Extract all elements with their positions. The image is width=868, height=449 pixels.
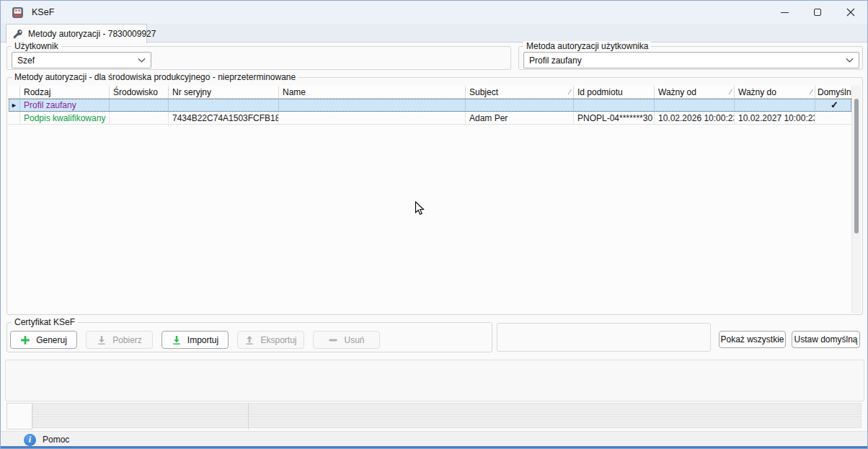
cell-id-podmiotu[interactable] bbox=[574, 99, 655, 112]
minus-icon bbox=[328, 335, 338, 345]
cell-srodowisko[interactable] bbox=[110, 112, 169, 125]
tab-label: Metody autoryzacji - 7830009927 bbox=[28, 29, 156, 39]
cell-rodzaj[interactable]: Profil zaufany bbox=[20, 99, 110, 112]
header-cell-srodowisko[interactable]: Środowisko bbox=[110, 86, 169, 99]
app-icon bbox=[12, 6, 24, 19]
user-group: Użytkownik Szef bbox=[6, 46, 511, 70]
show-all-button[interactable]: Pokaż wszystkie bbox=[719, 331, 786, 348]
certificate-group: Certyfikat KSeF Generuj Pobierz Importuj… bbox=[6, 322, 492, 352]
info-icon: i bbox=[24, 434, 36, 446]
auth-method-group-label: Metoda autoryzacji użytkownika bbox=[523, 41, 651, 51]
tab-strip: Metody autoryzacji - 7830009927 bbox=[1, 24, 867, 43]
generate-button[interactable]: Generuj bbox=[10, 331, 77, 349]
cell-srodowisko[interactable] bbox=[110, 99, 169, 112]
row-indicator bbox=[9, 112, 20, 125]
header-cell-id-podmiotu[interactable]: Id podmiotu bbox=[574, 86, 655, 99]
grid-group: Metody autoryzacji - dla środowiska prod… bbox=[6, 77, 863, 315]
middle-panel bbox=[497, 323, 711, 352]
app-window: KSeF Metody autoryzacji - 7830009927 Uży… bbox=[0, 0, 868, 449]
minimize-button[interactable] bbox=[768, 1, 801, 24]
cell-name[interactable] bbox=[279, 99, 466, 112]
window-title: KSeF bbox=[32, 7, 54, 17]
cell-wazny-od[interactable]: 10.02.2026 10:00:23 bbox=[655, 112, 735, 125]
import-button[interactable]: Importuj bbox=[161, 331, 229, 349]
plus-icon bbox=[20, 335, 30, 345]
window-controls bbox=[768, 1, 867, 24]
mini-grid bbox=[32, 403, 862, 430]
close-icon bbox=[846, 8, 855, 17]
mini-grid-column-divider bbox=[248, 403, 249, 430]
cell-wazny-do[interactable] bbox=[735, 99, 815, 112]
mini-grid-header-cell bbox=[6, 403, 32, 430]
user-combobox[interactable]: Szef bbox=[12, 52, 151, 68]
window-bottom-border bbox=[1, 446, 867, 448]
cell-wazny-od[interactable] bbox=[655, 99, 735, 112]
header-cell-wazny-do[interactable]: Ważny do/ bbox=[735, 86, 815, 99]
header-cell-wazny-od[interactable]: Ważny od/ bbox=[655, 86, 735, 99]
minimize-icon bbox=[781, 12, 789, 13]
maximize-button[interactable] bbox=[801, 1, 834, 24]
chevron-down-icon bbox=[846, 58, 854, 63]
sort-icon: / bbox=[809, 88, 813, 96]
cell-nr-seryjny[interactable] bbox=[169, 99, 279, 112]
titlebar: KSeF bbox=[1, 1, 867, 24]
cell-domyslna-check[interactable] bbox=[815, 112, 851, 125]
scrollbar-thumb[interactable] bbox=[854, 99, 859, 234]
sort-icon: / bbox=[567, 88, 572, 96]
tab-metody-autoryzacji[interactable]: Metody autoryzacji - 7830009927 bbox=[6, 24, 147, 43]
header-cell-nr-seryjny[interactable]: Nr seryjny bbox=[169, 86, 279, 99]
detail-panel bbox=[5, 360, 864, 401]
sort-icon: / bbox=[728, 88, 732, 96]
auth-methods-grid: Rodzaj Środowisko Nr seryjny Name Subjec… bbox=[9, 86, 851, 313]
download-icon bbox=[97, 335, 107, 345]
auth-method-combobox-value: Profil zaufany bbox=[529, 55, 846, 66]
header-cell-name[interactable]: Name bbox=[279, 86, 466, 99]
set-default-button[interactable]: Ustaw domyślną bbox=[792, 331, 860, 348]
auth-method-group: Metoda autoryzacji użytkownika Profil za… bbox=[518, 46, 863, 70]
grid-header-row: Rodzaj Środowisko Nr seryjny Name Subjec… bbox=[9, 86, 851, 99]
cell-nr-seryjny[interactable]: 7434B22C74A1503FCFB180D6 bbox=[169, 112, 279, 125]
mouse-cursor bbox=[415, 201, 425, 218]
header-cell-rodzaj[interactable]: Rodzaj bbox=[20, 86, 110, 99]
grid-group-label: Metody autoryzacji - dla środowiska prod… bbox=[12, 72, 298, 82]
user-combobox-value: Szef bbox=[17, 55, 138, 66]
header-cell-indicator bbox=[9, 86, 20, 99]
row-indicator-arrow-icon: ► bbox=[11, 102, 17, 109]
header-cell-subject[interactable]: Subject/ bbox=[466, 86, 574, 99]
cell-subject[interactable] bbox=[466, 99, 574, 112]
export-icon bbox=[244, 335, 254, 345]
row-indicator: ► bbox=[9, 99, 20, 112]
download-button[interactable]: Pobierz bbox=[86, 331, 153, 349]
status-bar: i Pomoc bbox=[1, 431, 867, 448]
cell-domyslna-check[interactable]: ✓ bbox=[815, 99, 851, 112]
user-group-label: Użytkownik bbox=[12, 41, 61, 51]
table-row-podpis-kwalifikowany[interactable]: Podpis kwalifikowany 7434B22C74A1503FCFB… bbox=[9, 112, 851, 125]
cell-rodzaj[interactable]: Podpis kwalifikowany bbox=[20, 112, 110, 125]
delete-button[interactable]: Usuń bbox=[313, 331, 380, 349]
cell-wazny-do[interactable]: 10.02.2027 10:00:23 bbox=[735, 112, 815, 125]
export-button[interactable]: Eksportuj bbox=[237, 331, 304, 349]
mini-grid-row bbox=[32, 403, 862, 415]
help-label: Pomoc bbox=[43, 435, 69, 445]
vertical-scrollbar[interactable] bbox=[851, 86, 861, 313]
certificate-buttons: Generuj Pobierz Importuj Eksportuj Usuń bbox=[10, 331, 380, 349]
chevron-down-icon bbox=[138, 58, 146, 63]
auth-method-combobox[interactable]: Profil zaufany bbox=[523, 52, 859, 68]
mini-grid-row bbox=[32, 416, 862, 428]
table-row-profil-zaufany[interactable]: ► Profil zaufany ✓ bbox=[9, 99, 851, 112]
import-icon bbox=[172, 335, 182, 345]
cell-name[interactable] bbox=[279, 112, 466, 125]
cell-subject[interactable]: Adam Per bbox=[466, 112, 574, 125]
header-cell-domyslna[interactable]: Domyślna bbox=[815, 86, 851, 99]
certificate-group-label: Certyfikat KSeF bbox=[12, 317, 78, 327]
cell-id-podmiotu[interactable]: PNOPL-04*******30 bbox=[574, 112, 655, 125]
close-button[interactable] bbox=[834, 1, 867, 24]
maximize-icon bbox=[814, 9, 821, 16]
key-icon bbox=[13, 29, 23, 39]
